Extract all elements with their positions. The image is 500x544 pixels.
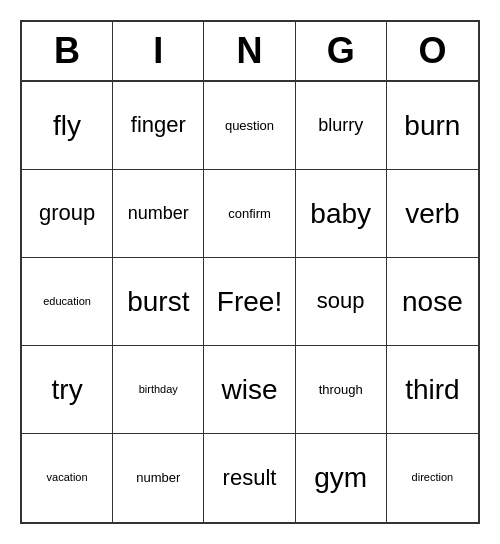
cell-text: direction	[412, 471, 454, 484]
cell-text: third	[405, 373, 459, 407]
header-letter: O	[387, 22, 478, 80]
cell-r2-c3: soup	[296, 258, 387, 346]
cell-r4-c2: result	[204, 434, 295, 522]
header-letter: B	[22, 22, 113, 80]
header-letter: I	[113, 22, 204, 80]
bingo-card: BINGO flyfingerquestionblurryburngroupnu…	[20, 20, 480, 524]
cell-r1-c4: verb	[387, 170, 478, 258]
header-letter: G	[296, 22, 387, 80]
cell-r3-c1: birthday	[113, 346, 204, 434]
cell-r4-c0: vacation	[22, 434, 113, 522]
cell-text: soup	[317, 288, 365, 314]
cell-text: number	[136, 470, 180, 486]
cell-text: group	[39, 200, 95, 226]
cell-r1-c3: baby	[296, 170, 387, 258]
cell-text: nose	[402, 285, 463, 319]
cell-text: wise	[221, 373, 277, 407]
cell-text: confirm	[228, 206, 271, 222]
cell-r3-c0: try	[22, 346, 113, 434]
cell-text: gym	[314, 461, 367, 495]
bingo-header: BINGO	[22, 22, 478, 82]
cell-r3-c4: third	[387, 346, 478, 434]
cell-r2-c0: education	[22, 258, 113, 346]
cell-r0-c0: fly	[22, 82, 113, 170]
cell-text: burst	[127, 285, 189, 319]
cell-r1-c0: group	[22, 170, 113, 258]
cell-r0-c2: question	[204, 82, 295, 170]
cell-r2-c2: Free!	[204, 258, 295, 346]
cell-text: finger	[131, 112, 186, 138]
cell-r3-c3: through	[296, 346, 387, 434]
cell-r2-c1: burst	[113, 258, 204, 346]
bingo-grid: flyfingerquestionblurryburngroupnumberco…	[22, 82, 478, 522]
cell-text: try	[52, 373, 83, 407]
cell-r4-c3: gym	[296, 434, 387, 522]
cell-text: blurry	[318, 115, 363, 137]
cell-text: through	[319, 382, 363, 398]
cell-text: question	[225, 118, 274, 134]
cell-text: Free!	[217, 285, 282, 319]
cell-text: fly	[53, 109, 81, 143]
cell-r1-c2: confirm	[204, 170, 295, 258]
cell-text: education	[43, 295, 91, 308]
cell-text: result	[223, 465, 277, 491]
cell-text: burn	[404, 109, 460, 143]
header-letter: N	[204, 22, 295, 80]
cell-r4-c4: direction	[387, 434, 478, 522]
cell-text: number	[128, 203, 189, 225]
cell-text: verb	[405, 197, 459, 231]
cell-text: vacation	[47, 471, 88, 484]
cell-r2-c4: nose	[387, 258, 478, 346]
cell-text: birthday	[139, 383, 178, 396]
cell-r0-c1: finger	[113, 82, 204, 170]
cell-r0-c4: burn	[387, 82, 478, 170]
cell-r0-c3: blurry	[296, 82, 387, 170]
cell-r4-c1: number	[113, 434, 204, 522]
cell-text: baby	[310, 197, 371, 231]
cell-r3-c2: wise	[204, 346, 295, 434]
cell-r1-c1: number	[113, 170, 204, 258]
